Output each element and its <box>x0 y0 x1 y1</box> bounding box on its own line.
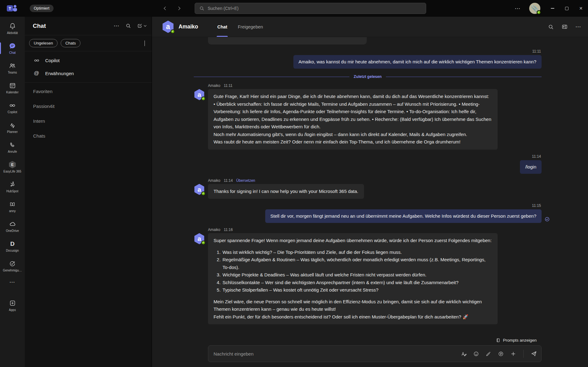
presence-available-icon: ✓ <box>537 10 541 15</box>
timestamp: 11:16 <box>224 228 233 232</box>
bell-icon <box>9 23 16 30</box>
window-maximize-button[interactable] <box>560 0 574 17</box>
filter-unread-pill[interactable]: Ungelesen <box>29 39 58 47</box>
rail-item-easylife[interactable]: E EasyLife 365 <box>0 157 25 177</box>
bot-message-bubble[interactable]: Super spannende Frage! Wenn morgen jeman… <box>208 233 498 324</box>
show-prompts-label: Prompts anzeigen <box>503 338 537 343</box>
chat-list-panel: Chat ··· Ungelesen Chats Copilot @ <box>25 17 152 367</box>
message-row-user: Amaiko, was kannst du mir heute abnehmen… <box>194 55 542 69</box>
amaiko-avatar[interactable]: a ✓ <box>194 233 205 244</box>
message-input[interactable] <box>214 351 461 356</box>
global-search[interactable] <box>195 3 426 14</box>
bot-message-bubble[interactable]: Thanks for signing in! I can now help yo… <box>208 184 364 199</box>
translate-link[interactable]: Übersetzen <box>236 178 255 183</box>
rail-item-copilot[interactable]: Copilot <box>0 98 25 117</box>
last-read-divider: Zuletzt gelesen <box>194 75 542 79</box>
message-text: Noch mehr Automatisierung gibt’s, wenn d… <box>214 131 492 139</box>
message-row-user: Stell dir vor, morgen fängt jemand neu a… <box>194 209 542 223</box>
user-message-bubble[interactable]: Stell dir vor, morgen fängt jemand neu a… <box>265 209 542 223</box>
list-item: Regelmäßige Aufgaben & Routinen – Was tä… <box>222 256 492 271</box>
tab-chat[interactable]: Chat <box>217 17 227 37</box>
rail-item-planner[interactable]: Planner <box>0 117 25 137</box>
rail-item-chat[interactable]: Chat <box>0 38 25 58</box>
list-item-copilot[interactable]: Copilot <box>25 54 152 67</box>
format-button[interactable] <box>461 351 467 357</box>
chat-header: a ✓ Amaiko Chat Freigegeben ··· <box>152 17 588 37</box>
read-receipt-icon <box>545 217 550 222</box>
message-input-box[interactable] <box>208 345 542 362</box>
loop-component-button[interactable] <box>498 351 504 357</box>
docusign-icon: D <box>10 240 15 248</box>
nav-forward-button[interactable] <box>175 5 182 12</box>
bot-message-bubble[interactable]: Gute Frage, Karl! Hier sind ein paar Din… <box>208 89 498 150</box>
group-chats[interactable]: Chats <box>25 128 152 143</box>
message-text: Mein Ziel wäre, die neue Person so schne… <box>214 298 492 313</box>
easylife-hexagon-icon: E <box>9 161 16 169</box>
rail-item-teams[interactable]: Teams <box>0 58 25 78</box>
planner-icon <box>9 122 16 129</box>
conversation-more-button[interactable]: ··· <box>576 24 581 29</box>
phone-icon <box>9 141 16 149</box>
rail-item-anny[interactable]: anny <box>0 197 25 216</box>
rail-item-activity[interactable]: Aktivität <box>0 19 25 38</box>
list-item: Wichtige Projekte & Deadlines – Was aktu… <box>222 271 492 279</box>
message-numbered-list: Was ist wirklich wichtig? – Die Top-Prio… <box>214 249 492 294</box>
show-prompts-button[interactable]: Prompts anzeigen <box>208 336 542 345</box>
chevron-down-icon <box>145 41 145 46</box>
amaiko-avatar[interactable]: a ✓ <box>194 184 205 195</box>
rail-item-calls[interactable]: Anrufe <box>0 137 25 157</box>
message-block-bot: Amaiko 11:11 a ✓ Gute Frage, Karl! Hier … <box>194 83 542 150</box>
attach-plus-button[interactable] <box>510 351 516 357</box>
amaiko-avatar[interactable]: a ✓ <box>194 89 205 100</box>
chat-tabs: Chat Freigegeben <box>217 17 263 37</box>
nav-back-button[interactable] <box>162 5 169 12</box>
rail-item-approvals[interactable]: Genehmigu… <box>0 256 25 276</box>
group-intern[interactable]: Intern <box>25 113 152 128</box>
chat-list-more-button[interactable]: ··· <box>114 23 119 28</box>
filter-chats-pill[interactable]: Chats <box>61 39 80 47</box>
conversation-search-button[interactable] <box>548 24 554 30</box>
tab-shared[interactable]: Freigegeben <box>238 17 263 37</box>
new-chat-icon <box>137 23 142 28</box>
timestamp: 11:15 <box>194 203 541 208</box>
chat-list-header: Chat ··· <box>25 17 152 35</box>
presence-available-icon: ✓ <box>201 96 205 101</box>
chat-list-search-button[interactable] <box>126 23 131 28</box>
copilot-icon <box>9 102 16 109</box>
list-item: Schlüsselkontakte – Wer sind die wichtig… <box>222 279 492 287</box>
list-item-mentions[interactable]: @ Erwähnungen <box>25 67 152 80</box>
group-passion4it[interactable]: Passion4it <box>25 99 152 113</box>
rail-item-onedrive[interactable]: OneDrive <box>0 216 25 236</box>
window-minimize-button[interactable] <box>545 0 560 17</box>
minimize-icon <box>551 8 554 8</box>
rail-item-apps[interactable]: Apps <box>0 296 25 315</box>
message-list[interactable]: 11:11 Amaiko, was kannst du mir heute ab… <box>152 37 588 336</box>
new-chat-button[interactable] <box>137 23 146 28</box>
rewrite-wand-button[interactable] <box>486 351 491 357</box>
chat-bubble-icon <box>9 42 16 50</box>
send-button[interactable] <box>531 351 537 357</box>
user-avatar[interactable]: 📎 ✓ <box>529 3 540 14</box>
filters-collapse-button[interactable] <box>145 41 145 46</box>
chat-filters: Ungelesen Chats <box>25 35 152 51</box>
emoji-button[interactable] <box>473 351 479 357</box>
search-input[interactable] <box>208 6 422 11</box>
user-message-bubble[interactable]: /login <box>520 160 542 174</box>
amaiko-avatar[interactable]: a ✓ <box>162 21 174 33</box>
rail-more-button[interactable]: ··· <box>0 276 25 288</box>
titlebar-more-button[interactable]: ··· <box>511 6 524 11</box>
rail-item-calendar[interactable]: Kalender <box>0 78 25 98</box>
people-icon <box>9 62 16 70</box>
chat-pane: a ✓ Amaiko Chat Freigegeben ··· 11:11 Am… <box>152 17 588 367</box>
window-close-button[interactable]: ✕ <box>574 0 588 17</box>
rail-item-docusign[interactable]: D Docusign <box>0 236 25 256</box>
list-item: Was ist wirklich wichtig? – Die Top-Prio… <box>222 249 492 256</box>
chat-list: Copilot @ Erwähnungen Favoriten Passion4… <box>25 51 152 143</box>
open-side-pane-button[interactable] <box>562 24 568 30</box>
rail-item-hubspot[interactable]: HubSpot <box>0 177 25 197</box>
chat-list-title: Chat <box>33 23 114 29</box>
group-favoriten[interactable]: Favoriten <box>25 84 152 99</box>
presence-available-icon: ✓ <box>201 191 205 196</box>
more-icon: ··· <box>10 280 15 285</box>
user-message-bubble[interactable]: Amaiko, was kannst du mir heute abnehmen… <box>293 55 542 69</box>
